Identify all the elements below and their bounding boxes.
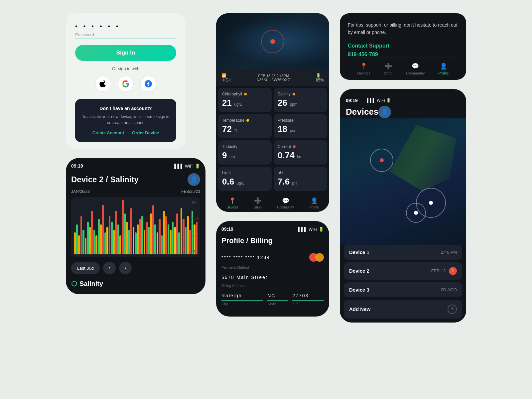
metric-number-7: 7.6 (278, 177, 290, 187)
salinity-avatar[interactable]: 👤 (188, 173, 200, 186)
device-row-device-1[interactable]: Device 1 2:46 PM (344, 245, 462, 260)
prev-period-button[interactable]: ‹ (103, 262, 116, 274)
support-nav-item-devices[interactable]: 📍 Devices (357, 63, 370, 75)
chart-bar-12 (100, 224, 102, 254)
metric-card-temperature: Temperature 72 °f (218, 114, 272, 138)
red-dot (293, 145, 296, 148)
address-row: 5678 Main Street (221, 275, 324, 282)
metric-value-1: 26 ppm (278, 98, 323, 108)
devices-time: 09:19 (346, 98, 358, 103)
date-time: FEB.13.23 2.46PM (257, 74, 291, 78)
metric-card-salinity: Salinity 26 ppm (274, 88, 327, 112)
support-nav-label-shop: Shop (384, 71, 393, 75)
metric-value-7: 7.6 pH (278, 177, 323, 187)
chart-bar-32 (144, 230, 146, 254)
dash-nav-item-shop[interactable]: ➕ Shop (254, 197, 261, 209)
chart-bars-container (74, 200, 198, 254)
support-nav-label-profile: Profile (438, 71, 449, 75)
dash-nav-item-community[interactable]: 💬 Community (277, 197, 294, 209)
signal-info: 📶 HIGH (221, 73, 231, 82)
chart-bar-5 (85, 238, 87, 254)
metric-unit-0: ug/L (234, 102, 242, 107)
facebook-login-button[interactable] (140, 76, 156, 92)
metric-name-1: Salinity (278, 92, 323, 96)
chart-bar-3 (80, 216, 82, 254)
dash-nav-item-profile[interactable]: 👤 Profile (309, 197, 319, 209)
metric-number-5: 0.74 (278, 150, 295, 160)
city-label: City (221, 302, 263, 306)
chart-bar-41 (163, 211, 165, 254)
chart-bar-44 (170, 230, 172, 254)
signal-level: HIGH (221, 78, 231, 82)
metric-card-pressure: Pressure 18 psi (274, 114, 327, 138)
column-left: • • • • • • Password Sign In Or sign in … (66, 13, 205, 294)
chart-bar-28 (135, 232, 137, 254)
metric-name-5: Current (278, 144, 323, 149)
chart-bar-45 (172, 222, 174, 254)
devices-list: Device 1 2:46 PM Device 2 FEB 13 1 Devic… (340, 245, 466, 323)
device-time-2: 2D AGO (441, 287, 457, 292)
chart-bar-33 (146, 222, 148, 254)
salinity-screen-header: Device 2 / Salinity 👤 (71, 173, 200, 186)
devices-map (340, 118, 466, 245)
salinity-time: 09:19 (71, 163, 83, 169)
chart-bar-47 (176, 213, 178, 254)
metric-unit-3: psi (290, 128, 295, 133)
mastercard-icon (309, 253, 324, 262)
signal-bars-icon: ▌▌▌ (174, 164, 184, 169)
state-value[interactable]: NC (267, 293, 275, 298)
next-period-button[interactable]: › (119, 262, 132, 274)
chart-bar-51 (185, 227, 187, 254)
devices-avatar[interactable]: 👤 (378, 106, 391, 118)
sign-in-button[interactable]: Sign In (75, 45, 176, 61)
devices-header: 09:19 ▌▌▌ WiFi 🔋 Devices 👤 (340, 89, 466, 118)
device-row-device-2[interactable]: Device 2 FEB 13 1 (344, 262, 462, 280)
device-time-0: 2:46 PM (441, 250, 457, 255)
last-30-button[interactable]: Last 30d (71, 262, 100, 274)
google-login-button[interactable] (118, 76, 134, 92)
chart-bar-34 (148, 227, 150, 254)
nav-label-devices: Devices (226, 205, 238, 209)
support-nav-item-profile[interactable]: 👤 Profile (438, 63, 449, 75)
create-account-link[interactable]: Create Account (92, 130, 124, 135)
contact-support-link[interactable]: Contact Support (348, 43, 458, 49)
payment-row: **** **** **** 1234 (221, 253, 324, 264)
support-nav-item-community[interactable]: 💬 Community (406, 63, 425, 75)
no-account-subtitle: To activate your new device, you'll need… (82, 114, 170, 126)
order-device-link[interactable]: Order Device (132, 130, 159, 135)
metric-name-4: Turbidity (222, 144, 268, 149)
chart-bar-30 (139, 219, 141, 254)
map-terrain (390, 125, 456, 192)
battery-percent: 85% (316, 78, 324, 82)
support-phone-number[interactable]: 919-456-789 (348, 52, 378, 57)
support-nav-item-shop[interactable]: ➕ Shop (384, 63, 393, 75)
billing-battery-icon: 🔋 (319, 227, 324, 232)
chart-bar-6 (87, 222, 89, 254)
device-badge-1: 1 (449, 267, 457, 275)
chart-controls: Last 30d ‹ › (71, 262, 200, 274)
chart-bar-18 (113, 230, 115, 254)
add-new-row[interactable]: Add New + (344, 300, 462, 319)
zip-value[interactable]: 27703 (292, 293, 309, 298)
devices-status-bar: 09:19 ▌▌▌ WiFi 🔋 Devices 👤 (346, 94, 391, 118)
chart-bar-36 (152, 205, 154, 254)
battery-indicator-icon: 🔋 (316, 73, 324, 78)
chart-bar-13 (102, 205, 104, 254)
date-from: JAN/26/23 (71, 189, 90, 194)
map-device-dot-3 (414, 211, 418, 215)
chart-bar-9 (93, 230, 95, 254)
orange-dot (244, 93, 247, 95)
dashboard-info-bar: 📶 HIGH FEB.13.23 2.46PM N36°31.1' W76°02… (216, 70, 329, 86)
device-row-device-3[interactable]: Device 3 2D AGO (344, 282, 462, 297)
city-value[interactable]: Raleigh (221, 293, 242, 298)
chart-bar-35 (150, 213, 152, 254)
state-label: State (267, 302, 288, 306)
apple-login-button[interactable] (95, 76, 111, 92)
salinity-screen: 09:19 ▌▌▌ WiFi 🔋 Device 2 / Salinity 👤 J… (66, 158, 205, 294)
nav-label-profile: Profile (309, 205, 319, 209)
address-value[interactable]: 5678 Main Street (221, 275, 268, 280)
password-label: Password (75, 32, 176, 39)
dashboard-screen: 📶 HIGH FEB.13.23 2.46PM N36°31.1' W76°02… (216, 13, 329, 212)
device-1-ring (370, 149, 393, 172)
dash-nav-item-devices[interactable]: 📍 Devices (226, 197, 238, 209)
